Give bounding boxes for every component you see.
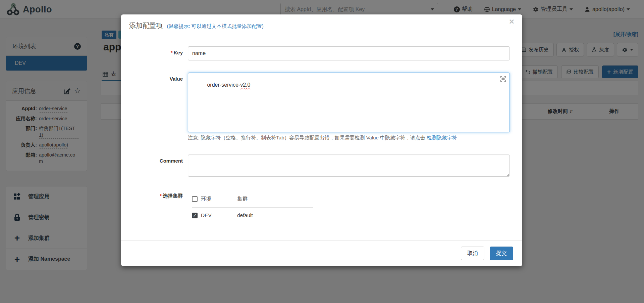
required-mark: * <box>160 193 162 199</box>
submit-button[interactable]: 提交 <box>490 247 513 260</box>
modal-footer: 取消 提交 <box>121 240 522 266</box>
env-column-header: 环境 <box>201 196 237 203</box>
cluster-cell: default <box>237 212 253 218</box>
modal-title: 添加配置项 <box>129 22 163 29</box>
comment-label: Comment <box>121 155 188 178</box>
value-row: Value order-service-v2.0 注意: 隐藏字符（空格、换行符… <box>121 73 510 141</box>
key-label-text: Key <box>173 50 183 55</box>
cluster-table-row: DEV default <box>192 212 313 218</box>
required-mark: * <box>171 50 173 55</box>
key-row: *Key <box>121 46 510 60</box>
env-cell: DEV <box>201 212 237 218</box>
comment-textarea[interactable] <box>188 155 510 177</box>
value-label-text: Value <box>170 76 183 82</box>
cluster-label-text: 选择集群 <box>163 193 183 199</box>
detect-hidden-chars-link[interactable]: 检测隐藏字符 <box>427 135 457 140</box>
modal-body: *Key Value order-service-v2.0 <box>121 30 522 218</box>
add-config-modal: 添加配置项 (温馨提示: 可以通过文本模式批量添加配置) × *Key Valu… <box>121 14 522 266</box>
hidden-char-note: 注意: 隐藏字符（空格、换行符、制表符Tab）容易导致配置出错，如果需要检测 V… <box>188 135 510 141</box>
key-label: *Key <box>121 46 188 60</box>
value-label: Value <box>121 73 188 141</box>
modal-header: 添加配置项 (温馨提示: 可以通过文本模式批量添加配置) × <box>121 14 522 30</box>
note-text: 注意: 隐藏字符（空格、换行符、制表符Tab）容易导致配置出错，如果需要检测 V… <box>188 135 427 140</box>
select-all-checkbox[interactable] <box>192 196 198 202</box>
dev-cluster-checkbox[interactable] <box>192 213 198 218</box>
modal-hint: (温馨提示: 可以通过文本模式批量添加配置) <box>167 23 263 29</box>
cluster-label: *选择集群 <box>121 193 188 218</box>
value-text: order-service- <box>207 82 240 88</box>
cluster-table: 环境 集群 DEV default <box>192 193 313 218</box>
fullscreen-icon[interactable] <box>499 75 507 83</box>
cancel-button[interactable]: 取消 <box>461 247 484 260</box>
cluster-row: *选择集群 环境 集群 DEV default <box>121 193 510 218</box>
value-text-misspelled: v2.0 <box>240 82 250 88</box>
value-textarea[interactable]: order-service-v2.0 <box>188 73 510 132</box>
cluster-column-header: 集群 <box>237 196 248 203</box>
comment-row: Comment <box>121 155 510 178</box>
comment-label-text: Comment <box>160 158 183 164</box>
key-input[interactable] <box>188 46 510 60</box>
close-icon[interactable]: × <box>509 17 514 26</box>
cluster-table-header: 环境 集群 <box>192 196 313 208</box>
